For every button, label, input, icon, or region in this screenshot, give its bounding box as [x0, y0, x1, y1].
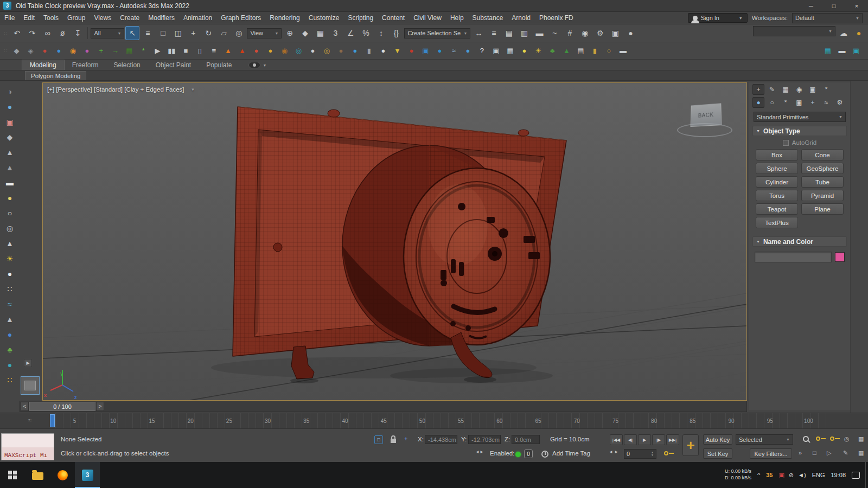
halo-icon[interactable]: ○ [602, 44, 615, 57]
named-selection-set-dropdown[interactable]: Create Selection Se▼ [404, 28, 470, 38]
vase-icon[interactable]: ◆ [2, 130, 17, 144]
rectangular-selection-icon[interactable]: □ [156, 26, 170, 40]
ribbon-collapse-icon[interactable]: ▼ [263, 63, 267, 67]
unlink-selection-icon[interactable]: ø [55, 26, 69, 40]
object-type-button[interactable]: Cylinder [756, 176, 798, 188]
current-frame-field[interactable]: 0 ▲▼ [624, 449, 656, 459]
object-type-button[interactable]: TextPlus [756, 217, 798, 228]
ribbon-tab[interactable]: Freeform [65, 60, 106, 70]
object-name-input[interactable] [755, 252, 832, 262]
sphere-white-icon[interactable]: ● [2, 267, 17, 281]
menu-item[interactable]: File [0, 12, 19, 24]
go-to-end-button[interactable]: ▶▶| [666, 434, 679, 445]
grid-edit-icon[interactable]: ▦ [858, 450, 864, 457]
volume-tray-icon[interactable]: ◄) [798, 472, 806, 479]
plum-icon[interactable]: ● [80, 44, 93, 57]
next-key-icon[interactable]: » [799, 450, 802, 456]
autogrid-checkbox[interactable] [783, 140, 789, 146]
soap-icon[interactable]: ● [306, 44, 319, 57]
file-explorer-taskbar-item[interactable] [25, 462, 50, 488]
display-panel-icon[interactable]: ▬ [835, 44, 848, 57]
set-key-button[interactable]: Set Key [703, 448, 732, 459]
camera-icon[interactable]: ▣ [489, 44, 502, 57]
menu-item[interactable]: Animation [179, 12, 216, 24]
menu-item[interactable]: Content [378, 12, 409, 24]
scene-explorer-icon[interactable]: ▥ [517, 26, 531, 40]
gpu-tray-icon[interactable]: ▣ [778, 472, 784, 479]
donut-icon[interactable]: ◎ [320, 44, 333, 57]
select-and-manipulate-icon[interactable]: ◆ [298, 26, 312, 40]
select-and-place-icon[interactable]: ◎ [232, 26, 246, 40]
keyboard-override-icon[interactable]: ▦ [313, 26, 327, 40]
next-frame-arrow[interactable]: > [96, 402, 104, 411]
object-type-button[interactable]: Teapot [756, 203, 798, 215]
cameras-category-icon[interactable]: ▣ [793, 97, 805, 108]
object-type-button[interactable]: GeoSphere [801, 163, 844, 174]
select-and-rotate-icon[interactable]: ↻ [201, 26, 215, 40]
globe-icon[interactable]: ● [433, 44, 446, 57]
tree-icon[interactable]: ♣ [546, 44, 559, 57]
primitives-dropdown[interactable]: Standard Primitives▼ [754, 112, 846, 122]
menu-item[interactable]: Arnold [507, 12, 535, 24]
wave-blue-icon[interactable]: ≈ [2, 297, 17, 311]
snap-toggle-icon[interactable]: 3 [328, 26, 342, 40]
spacewarps-category-icon[interactable]: ≈ [820, 97, 832, 108]
named-selection-sets-icon[interactable]: {} [389, 26, 403, 40]
browser-taskbar-item[interactable] [50, 462, 75, 488]
leaf-icon[interactable]: ♣ [2, 343, 17, 357]
y-coordinate-field[interactable]: -12.703cm [468, 435, 501, 444]
render-in-cloud-icon[interactable]: ☁ [837, 26, 851, 40]
ribbon-tab[interactable]: Modeling [22, 60, 65, 70]
dots-gold-icon[interactable]: ∷ [2, 373, 17, 387]
material-editor-icon[interactable]: ◉ [578, 26, 592, 40]
beachball-gold-icon[interactable]: ● [264, 44, 277, 57]
mirror-icon[interactable]: ↔ [471, 26, 486, 40]
scatter-icon[interactable]: ∷ [2, 282, 17, 296]
modify-tab-icon[interactable]: ✎ [766, 84, 778, 95]
menu-item[interactable]: Substance [468, 12, 508, 24]
cone-icon[interactable]: ▲ [2, 236, 17, 251]
tray-expand-chevron[interactable]: ^ [757, 472, 760, 478]
object-type-rollout-header[interactable]: ▼ Object Type [752, 126, 847, 136]
start-button[interactable] [0, 462, 25, 488]
teal-monitor-icon[interactable]: ▣ [850, 44, 863, 57]
blue-frame-icon[interactable]: ▣ [419, 44, 432, 57]
fire-orange-icon[interactable]: ▲ [221, 44, 234, 57]
fountain-icon[interactable]: ▮ [362, 44, 375, 57]
selection-filter-dropdown[interactable]: All▼ [91, 28, 124, 38]
checker-map-icon[interactable]: ▦ [123, 44, 136, 57]
frame-spinner[interactable]: ▲▼ [651, 451, 654, 457]
viewport-layout-icon[interactable]: ▦ [821, 44, 834, 57]
play-selected-icon[interactable]: ▷ [827, 450, 831, 457]
percent-snap-icon[interactable]: % [359, 26, 373, 40]
key-filters-button[interactable]: Key Filters... [750, 448, 792, 459]
cup-icon[interactable]: ● [376, 44, 390, 57]
selection-filter-icon[interactable]: ▼ [191, 87, 195, 92]
capsule-icon[interactable]: ● [2, 191, 17, 205]
geometry-category-icon[interactable]: ● [752, 97, 764, 108]
display-tab-icon[interactable]: ▣ [807, 84, 819, 95]
menu-item[interactable]: Create [116, 12, 144, 24]
render-production-icon[interactable]: ● [623, 26, 637, 40]
ribbon-tab[interactable]: Populate [199, 60, 239, 70]
espresso-icon[interactable]: ● [334, 44, 347, 57]
cherry-icon[interactable]: ● [405, 44, 418, 57]
spinner-arrows-icon[interactable]: ◄► [475, 450, 484, 454]
viewcube-compass-ring[interactable] [677, 123, 732, 137]
water-drop-icon[interactable]: ● [52, 44, 65, 57]
workspace-dropdown[interactable]: Default ▼ [792, 13, 863, 23]
isolate-selection-icon[interactable]: □ [374, 435, 383, 444]
ribbon-tab[interactable]: Object Paint [148, 60, 199, 70]
ribbon-options-button[interactable] [248, 62, 260, 68]
disc-icon[interactable]: ○ [2, 206, 17, 220]
key-mode-icon[interactable] [816, 436, 820, 441]
minimize-button[interactable]: ─ [800, 0, 822, 12]
maximize-button[interactable]: □ [822, 0, 845, 12]
pine-icon[interactable]: ▲ [560, 44, 573, 57]
fire-red-icon[interactable]: ▲ [235, 44, 248, 57]
x-coordinate-field[interactable]: -14.438cm [425, 435, 457, 444]
menu-item[interactable]: Modifiers [144, 12, 179, 24]
set-keys-button[interactable]: + [682, 434, 699, 456]
track-bar-ruler[interactable]: ≈ 51015202530354045505560657075808590951… [0, 413, 868, 428]
film-icon[interactable]: ▦ [503, 44, 516, 57]
